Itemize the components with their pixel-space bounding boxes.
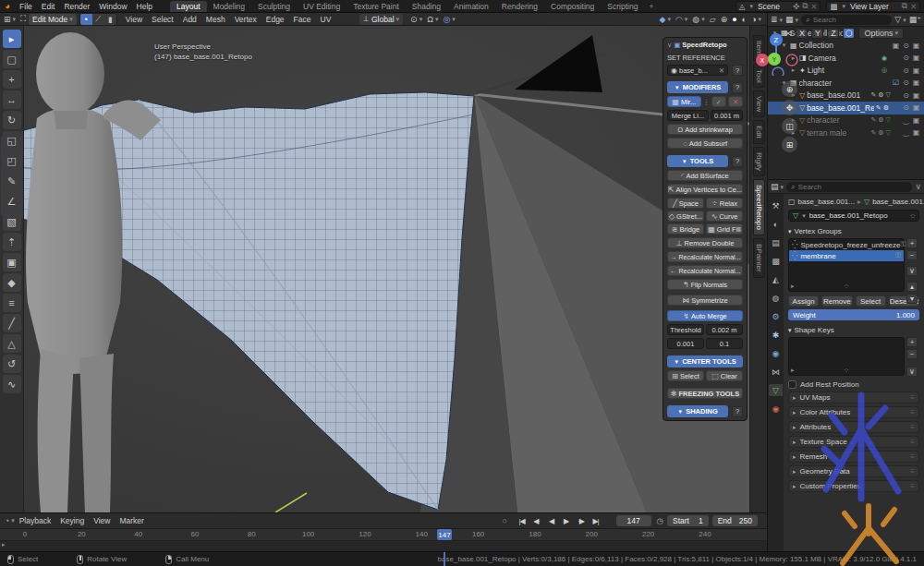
copy-icon[interactable]: ⧉ <box>902 1 907 11</box>
remove-vertex-group-button[interactable]: − <box>906 250 918 260</box>
outliner-item-label[interactable]: base_base.001_Retopo <box>807 103 874 113</box>
pivot-point-button[interactable]: ⊙▾ <box>410 15 422 24</box>
add-workspace-button[interactable]: + <box>644 2 658 11</box>
threshold-preset-001-button[interactable]: 0.001 <box>667 338 704 349</box>
viewport-menu-item[interactable]: Vertex <box>230 15 261 24</box>
extrude-tool[interactable]: ⇡ <box>3 233 21 251</box>
vertex-group-item[interactable]: ⁛ membrane ⚿ <box>789 250 904 261</box>
editor-type-button[interactable]: ◔▾ <box>5 516 15 525</box>
resize-grip-icon[interactable]: ⁘ <box>844 283 850 291</box>
reference-object-field[interactable]: ◉ base_b... ✕ <box>667 65 728 76</box>
workspace-tab[interactable]: Rendering <box>495 1 544 12</box>
workspace-tab[interactable]: Texture Paint <box>346 1 406 12</box>
viewport-menu-item[interactable]: View <box>121 15 147 24</box>
curve-button[interactable]: ∿Curve <box>706 211 743 222</box>
collapsed-section-header[interactable]: ▸ Custom Properties ≡ <box>788 480 919 492</box>
help-button[interactable]: ? <box>732 156 743 167</box>
ntab-speedretopo[interactable]: SpeedRetopo <box>753 179 765 235</box>
grid-fill-button[interactable]: ▦Grid Fill <box>706 223 743 235</box>
tab-output[interactable]: ▤ <box>769 236 783 248</box>
shading-header-button[interactable]: ▼SHADING <box>667 405 728 417</box>
weight-slider[interactable]: Weight 1.000 <box>788 309 919 320</box>
workspace-tab[interactable]: Scripting <box>601 1 644 12</box>
xray-toggle-button[interactable]: ▱ <box>710 15 716 24</box>
viewport-menu-item[interactable]: Select <box>147 15 178 24</box>
disable-render-toggle[interactable]: ▣ <box>911 54 921 62</box>
tab-material[interactable]: ◉ <box>769 403 783 415</box>
outliner-item-label[interactable]: character <box>799 78 885 88</box>
frame-end-field[interactable]: End250 <box>712 515 758 526</box>
delete-modifier-button[interactable]: ✕ <box>728 96 743 107</box>
drag-grip-icon[interactable]: ≡ <box>910 482 915 490</box>
tab-object-data[interactable]: ▽ <box>769 384 783 396</box>
tab-physics[interactable]: ◉ <box>769 347 783 359</box>
drag-grip-icon[interactable]: ≡ <box>910 452 915 461</box>
smooth-tool[interactable]: ∿ <box>3 375 21 393</box>
view-layer-selector[interactable]: ▩▾ View Layer ⧉ ✕ <box>826 1 920 12</box>
timeline-menu-item[interactable]: View <box>89 516 115 525</box>
shape-keys-section-header[interactable]: ▾ Shape Keys <box>788 326 919 334</box>
add-cube-tool[interactable]: ▧ <box>3 212 21 231</box>
rotate-tool[interactable]: ↻ <box>3 111 21 129</box>
apply-modifier-button[interactable]: ✓ <box>711 96 726 107</box>
blender-logo-icon[interactable]: ◕ <box>5 1 10 11</box>
hide-viewport-toggle[interactable]: ⊙ <box>901 103 911 112</box>
disable-render-toggle[interactable]: ▣ <box>911 91 921 100</box>
cursor-tool[interactable]: + <box>3 70 21 89</box>
copy-icon[interactable]: ⧉ <box>802 1 808 11</box>
hide-viewport-toggle[interactable]: ‿ <box>901 128 911 137</box>
workspace-tab[interactable]: Shading <box>406 1 447 12</box>
symmetrize-button[interactable]: ⋈Symmetrize <box>667 295 743 306</box>
add-shape-key-button[interactable]: + <box>906 337 918 347</box>
transform-tool[interactable]: ◰ <box>3 151 21 170</box>
hide-viewport-toggle[interactable]: ‿ <box>901 116 911 125</box>
pan-view-button[interactable]: ✥ <box>782 100 797 115</box>
workspace-tab[interactable]: Layout <box>170 1 207 12</box>
tweak-tool[interactable]: ▸ <box>3 30 21 48</box>
collapsed-section-header[interactable]: ▸ Geometry Data ≡ <box>788 465 919 477</box>
disable-render-toggle[interactable]: ▣ <box>911 116 921 125</box>
tab-scene[interactable]: ◭ <box>769 273 783 285</box>
select-button[interactable]: Select <box>856 295 886 307</box>
viewport-menu-item[interactable]: UV <box>316 15 336 24</box>
expand-summary-icon[interactable]: ▸ <box>2 541 6 548</box>
properties-search-input[interactable] <box>798 183 908 191</box>
help-button[interactable]: ? <box>732 82 743 93</box>
add-vertex-group-button[interactable]: + <box>906 238 918 248</box>
menu-item[interactable]: Help <box>132 2 157 11</box>
move-group-down-button[interactable]: ▾ <box>906 294 918 304</box>
fake-user-icon[interactable]: ◌ <box>910 211 915 220</box>
shading-wireframe-button[interactable]: ⊕ <box>721 15 728 24</box>
snap-mode-button[interactable]: ◆▾ <box>660 15 671 24</box>
knife-tool[interactable]: ╱ <box>3 314 21 332</box>
collapsed-section-header[interactable]: ▸ Texture Space ≡ <box>788 436 919 448</box>
list-filter-icon[interactable]: ▸ <box>791 367 795 374</box>
timeline-menu-item[interactable]: Playback <box>15 516 56 525</box>
ntab-bpainter[interactable]: BPainter <box>753 238 765 278</box>
workspace-tab[interactable]: UV Editing <box>297 1 346 12</box>
breadcrumb-object[interactable]: base_base.001... <box>798 198 855 206</box>
outliner-item-label[interactable]: terran male <box>807 128 869 138</box>
face-select-mode-button[interactable]: ▮ <box>104 14 116 25</box>
tab-view-layer[interactable]: ▩ <box>769 255 783 267</box>
space-button[interactable]: ╱Space <box>667 198 704 209</box>
filter-button[interactable]: ▽▾ <box>894 15 906 24</box>
falloff-button[interactable]: ◠▾ <box>675 15 687 24</box>
drag-grip-icon[interactable]: ≡ <box>910 408 915 416</box>
editor-type-button[interactable]: ⊞▾ <box>4 15 16 24</box>
mirror-y-button[interactable]: Y <box>811 28 823 39</box>
threshold-value[interactable]: 0.002 m <box>706 324 743 335</box>
hide-viewport-toggle[interactable]: ⊙ <box>901 66 911 75</box>
spin-tool[interactable]: ↺ <box>3 355 21 373</box>
timeline-menu-item[interactable]: Marker <box>115 516 148 525</box>
object-data-field[interactable]: ▽ ▾ base_base.001_Retopo ◌ <box>788 210 919 222</box>
disable-render-toggle[interactable]: ▣ <box>911 103 921 112</box>
vertex-groups-section-header[interactable]: ▾ Vertex Groups <box>788 227 919 235</box>
current-frame-field[interactable]: 147 <box>616 515 651 526</box>
hide-viewport-toggle[interactable]: ⊙ <box>901 91 911 100</box>
shape-key-specials-button[interactable]: ∨ <box>906 367 918 377</box>
edge-select-mode-button[interactable]: ⟋ <box>92 14 104 25</box>
loop-cut-tool[interactable]: ≡ <box>3 294 21 312</box>
viewport-menu-item[interactable]: Add <box>178 15 201 24</box>
remove-shape-key-button[interactable]: − <box>906 349 918 359</box>
